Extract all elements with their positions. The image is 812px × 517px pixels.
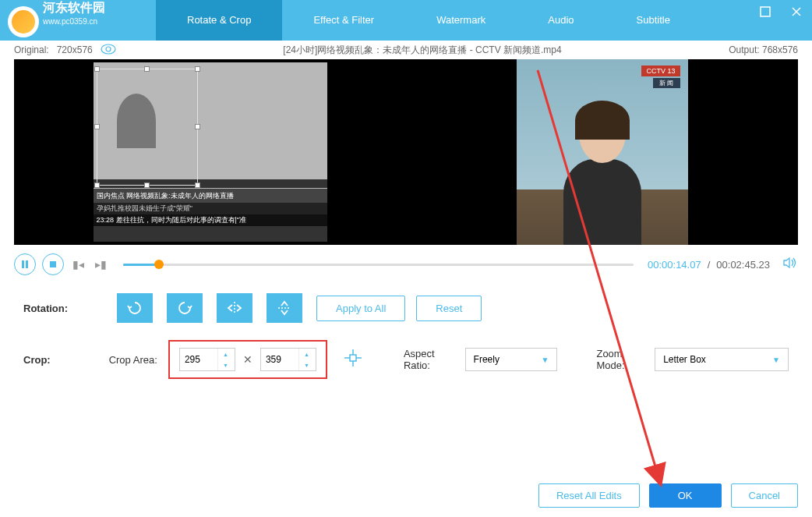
original-label: Original: [14, 44, 49, 55]
svg-rect-3 [22, 260, 24, 268]
original-preview[interactable]: 国内焦点 网络视频乱象:未成年人的网络直播 孕妈扎推校园未婚生子成"荣耀" 23… [14, 59, 406, 245]
rotation-label: Rotation: [23, 303, 117, 314]
crop-height-up[interactable]: ▲ [299, 349, 314, 359]
preview-toggle-icon[interactable] [101, 44, 116, 57]
svg-rect-5 [50, 261, 56, 267]
volume-icon[interactable] [782, 257, 798, 272]
titlebar: 河东软件园 www.pc0359.cn Rotate & Crop Effect… [0, 0, 812, 41]
crop-width-up[interactable]: ▲ [218, 349, 233, 359]
chevron-down-icon: ▼ [542, 356, 549, 364]
crop-handle-bm[interactable] [144, 182, 150, 188]
crop-height-input[interactable] [261, 354, 298, 365]
crop-area-label: Crop Area: [109, 354, 173, 366]
preview-area: 国内焦点 网络视频乱象:未成年人的网络直播 孕妈扎推校园未婚生子成"荣耀" 23… [14, 59, 798, 245]
crop-width-input[interactable] [180, 354, 217, 365]
zoom-mode-label: Zoom Mode: [596, 348, 648, 371]
output-dims: 768x576 [762, 44, 798, 55]
editor-tabs: Rotate & Crop Effect & Filter Watermark … [156, 0, 701, 41]
tab-watermark[interactable]: Watermark [405, 0, 517, 41]
crop-handle-mr[interactable] [195, 124, 200, 129]
pause-button[interactable] [14, 253, 36, 275]
crop-handle-tl[interactable] [94, 66, 100, 72]
svg-rect-6 [350, 355, 356, 361]
stop-button[interactable] [42, 253, 64, 275]
svg-rect-4 [26, 260, 28, 268]
crop-handle-bl[interactable] [94, 182, 100, 188]
crop-height-spinner[interactable]: ▲ ▼ [260, 348, 316, 371]
tab-effect-filter[interactable]: Effect & Filter [282, 0, 405, 41]
aspect-ratio-dropdown[interactable]: Freely ▼ [465, 348, 558, 371]
apply-to-all-button[interactable]: Apply to All [316, 296, 405, 321]
time-total: 00:02:45.23 [716, 259, 770, 271]
aspect-ratio-label: Aspect Ratio: [404, 348, 459, 371]
seek-slider[interactable] [123, 264, 634, 266]
video-frame-output: CCTV 13 新 闻 [517, 59, 688, 245]
tab-audio[interactable]: Audio [517, 0, 605, 41]
rotation-row: Rotation: Apply to All Reset [23, 293, 789, 323]
rotate-left-button[interactable] [117, 293, 153, 323]
flip-horizontal-button[interactable] [217, 293, 252, 323]
reset-all-edits-button[interactable]: Reset All Edits [538, 483, 640, 508]
original-dims: 720x576 [57, 44, 93, 55]
crop-handle-tm[interactable] [144, 66, 150, 72]
video-frame-original: 国内焦点 网络视频乱象:未成年人的网络直播 孕妈扎推校园未婚生子成"荣耀" 23… [94, 62, 327, 242]
seek-thumb[interactable] [154, 260, 164, 269]
footer-buttons: Reset All Edits OK Cancel [538, 483, 798, 508]
ok-button[interactable]: OK [649, 483, 722, 508]
video-timecode: 23:28 差往往抗，同时为随后对此事的调查有|"准 [94, 214, 327, 226]
close-button[interactable] [781, 0, 812, 23]
crop-width-spinner[interactable]: ▲ ▼ [179, 348, 235, 371]
info-bar: Original: 720x576 [24小时]网络视频乱象：未成年人的网络直播… [0, 42, 812, 58]
crop-handle-br[interactable] [195, 182, 200, 188]
next-frame-button[interactable]: ▸▮ [93, 258, 109, 271]
crop-handle-ml[interactable] [94, 124, 100, 129]
crop-size-highlighted: ▲ ▼ ✕ ▲ ▼ [168, 340, 327, 379]
aspect-ratio-value: Freely [474, 354, 500, 365]
brand-logo [0, 0, 47, 41]
svg-point-2 [106, 47, 111, 51]
tab-rotate-crop[interactable]: Rotate & Crop [156, 0, 282, 41]
zoom-mode-value: Letter Box [663, 354, 706, 365]
zoom-mode-dropdown[interactable]: Letter Box ▼ [655, 348, 789, 371]
chevron-down-icon: ▼ [772, 356, 780, 364]
controls-panel: Rotation: Apply to All Reset Crop: Crop … [0, 278, 812, 412]
tab-subtitle[interactable]: Subtitle [605, 0, 701, 41]
rotate-right-button[interactable] [167, 293, 203, 323]
cancel-button[interactable]: Cancel [731, 483, 798, 508]
crop-selection-box[interactable] [97, 69, 198, 186]
playback-bar: ▮◂ ▸▮ 00:00:14.07 / 00:02:45.23 [0, 251, 812, 278]
dimension-separator: ✕ [243, 353, 252, 366]
prev-frame-button[interactable]: ▮◂ [70, 258, 86, 271]
brand-name: 河东软件园 [43, 0, 105, 16]
crop-height-down[interactable]: ▼ [299, 359, 314, 370]
cctv-logo: CCTV 13 [641, 66, 680, 76]
filename: [24小时]网络视频乱象：未成年人的网络直播 - CCTV 新闻频道.mp4 [116, 44, 729, 57]
video-caption: 国内焦点 网络视频乱象:未成年人的网络直播 [94, 189, 327, 203]
crop-width-down[interactable]: ▼ [218, 359, 233, 370]
crop-row: Crop: Crop Area: ▲ ▼ ✕ ▲ ▼ Aspect Ratio: [23, 340, 789, 379]
reset-button[interactable]: Reset [416, 296, 482, 321]
output-label: Output: [729, 44, 759, 55]
maximize-button[interactable] [750, 0, 781, 23]
output-preview: CCTV 13 新 闻 [406, 59, 798, 245]
flip-vertical-button[interactable] [267, 293, 302, 323]
crop-handle-tr[interactable] [195, 66, 200, 72]
window-controls [750, 0, 812, 23]
crop-label: Crop: [23, 354, 109, 366]
svg-rect-0 [761, 7, 770, 16]
cctv-sub: 新 闻 [653, 78, 680, 88]
brand-url: www.pc0359.cn [43, 17, 97, 26]
time-current: 00:00:14.07 [648, 259, 701, 271]
crop-position-button[interactable] [341, 346, 365, 374]
svg-point-1 [101, 44, 115, 54]
video-caption-2: 孕妈扎推校园未婚生子成"荣耀" [94, 203, 327, 214]
time-separator: / [708, 259, 711, 271]
